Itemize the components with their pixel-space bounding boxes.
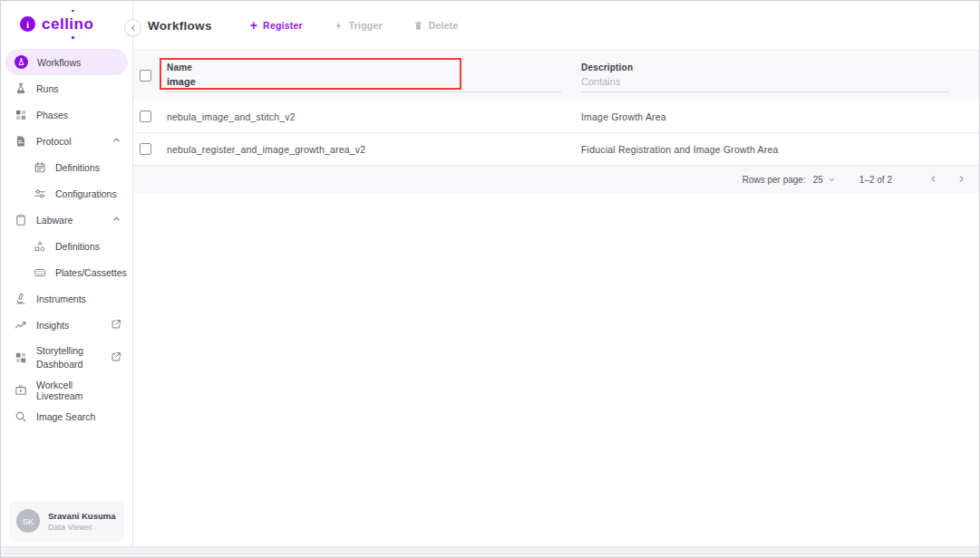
lightning-icon — [334, 21, 344, 31]
rows-per-page-select[interactable]: 25 — [813, 175, 836, 185]
rows-per-page-value: 25 — [813, 175, 823, 185]
sidebar-item-protocol[interactable]: Protocol — [1, 128, 132, 154]
sidebar-item-label: Plates/Cassettes — [55, 267, 127, 278]
sidebar-item-label: Insights — [36, 320, 69, 331]
search-icon — [15, 410, 27, 423]
cellino-logo-icon: i — [20, 16, 35, 32]
calendar-icon — [34, 161, 46, 174]
avatar: SK — [16, 509, 40, 533]
previous-page-button[interactable] — [925, 171, 942, 188]
user-name: Sravani Kusuma — [48, 511, 115, 521]
sidebar-item-label: Storytelling Dashboard — [36, 344, 102, 370]
sidebar-item-workflows[interactable]: Workflows — [5, 49, 128, 75]
sidebar-item-label: Definitions — [55, 241, 100, 252]
column-header-description: Description — [581, 63, 969, 72]
chevron-right-icon — [956, 174, 966, 184]
workflow-name: nebula_image_and_stitch_v2 — [167, 111, 581, 122]
workflow-description: Fiducial Registration and Image Growth A… — [581, 144, 969, 155]
sidebar-item-phases[interactable]: Phases — [1, 101, 132, 128]
brand-name: cellino — [42, 15, 93, 34]
brand-logo[interactable]: i cellino — [1, 1, 132, 47]
logo-dot — [72, 36, 74, 39]
external-link-icon — [111, 351, 121, 364]
sidebar-item-runs[interactable]: Runs — [1, 75, 132, 101]
user-card[interactable]: SK Sravani Kusuma Data Viewer — [9, 501, 124, 541]
pagination-range: 1–2 of 2 — [859, 175, 892, 185]
phases-icon — [15, 109, 27, 121]
sidebar-item-storytelling-dashboard[interactable]: Storytelling Dashboard — [1, 338, 132, 377]
chevron-left-icon — [129, 24, 138, 33]
workflow-name: nebula_register_and_image_growth_area_v2 — [167, 144, 581, 155]
sidebar-item-label: Labware — [36, 215, 73, 226]
chevron-down-icon — [828, 176, 836, 184]
trigger-label: Trigger — [349, 20, 383, 31]
tv-icon — [15, 384, 27, 397]
workflows-icon — [15, 55, 28, 69]
sidebar-item-label: Workcell Livestream — [36, 380, 121, 401]
table-header-row: Name Description — [133, 51, 979, 101]
insights-icon — [15, 319, 27, 332]
pagination-bar: Rows per page: 25 1–2 of 2 — [133, 166, 979, 193]
workflow-description: Image Growth Area — [581, 111, 969, 122]
register-label: Register — [263, 20, 303, 31]
select-all-checkbox[interactable] — [140, 70, 151, 82]
sidebar-item-label: Workflows — [37, 57, 81, 68]
sidebar-item-instruments[interactable]: Instruments — [1, 285, 132, 312]
trash-icon — [413, 21, 423, 31]
sidebar-item-protocol-definitions[interactable]: Definitions — [1, 154, 132, 180]
sidebar-collapse-button[interactable] — [124, 19, 141, 36]
delete-button[interactable]: Delete — [413, 20, 459, 31]
sidebar-item-label: Instruments — [36, 293, 86, 304]
sidebar-item-insights[interactable]: Insights — [1, 312, 132, 338]
page-bottom-gutter — [1, 546, 979, 557]
toolbar: Workflows + Register Trigger Delete — [133, 1, 979, 51]
sidebar-item-plates-cassettes[interactable]: Plates/Cassettes — [1, 259, 132, 285]
chevron-up-icon — [112, 135, 121, 147]
sidebar-item-label: Image Search — [36, 411, 95, 422]
sidebar-item-label: Phases — [36, 110, 68, 120]
next-page-button[interactable] — [953, 171, 970, 188]
app-window: i cellino Workflows Runs Phases — [0, 0, 980, 558]
sidebar-item-label: Configurations — [55, 188, 117, 199]
document-icon — [15, 135, 27, 148]
delete-label: Delete — [429, 20, 459, 31]
sidebar-item-label: Definitions — [55, 162, 100, 173]
table-row[interactable]: nebula_register_and_image_growth_area_v2… — [133, 133, 979, 166]
sidebar-item-label: Protocol — [36, 136, 72, 147]
rows-per-page-label: Rows per page: — [742, 175, 806, 185]
plate-grid-icon — [34, 266, 46, 279]
register-button[interactable]: + Register — [250, 19, 303, 32]
sidebar-item-image-search[interactable]: Image Search — [1, 403, 132, 429]
sidebar-item-configurations[interactable]: Configurations — [1, 180, 132, 207]
sidebar-nav: Workflows Runs Phases Protocol De — [1, 47, 132, 429]
chevron-left-icon — [928, 174, 938, 184]
sidebar-item-workcell-livestream[interactable]: Workcell Livestream — [1, 377, 132, 403]
flask-icon — [15, 82, 27, 95]
main-content: Workflows + Register Trigger Delete — [133, 1, 979, 546]
logo-dot — [72, 10, 74, 13]
clipboard-icon — [15, 214, 27, 226]
microscope-icon — [15, 293, 27, 305]
user-role: Data Viewer — [48, 523, 115, 532]
sidebar-item-labware[interactable]: Labware — [1, 207, 132, 233]
plus-icon: + — [250, 19, 257, 32]
table-row[interactable]: nebula_image_and_stitch_v2 Image Growth … — [133, 101, 979, 133]
row-checkbox[interactable] — [140, 143, 151, 155]
external-link-icon — [111, 319, 121, 332]
row-checkbox[interactable] — [140, 111, 151, 122]
name-filter-input[interactable] — [167, 75, 561, 92]
dashboard-icon — [15, 351, 27, 364]
column-header-name: Name — [167, 63, 581, 72]
page-title: Workflows — [148, 19, 212, 33]
sidebar-item-label: Runs — [36, 83, 59, 94]
sidebar-item-labware-definitions[interactable]: Definitions — [1, 233, 132, 259]
sidebar: i cellino Workflows Runs Phases — [1, 1, 133, 546]
chevron-up-icon — [112, 214, 121, 226]
shapes-icon — [34, 240, 46, 253]
trigger-button[interactable]: Trigger — [334, 20, 383, 31]
tune-icon — [34, 188, 46, 200]
description-filter-input[interactable] — [581, 75, 949, 92]
